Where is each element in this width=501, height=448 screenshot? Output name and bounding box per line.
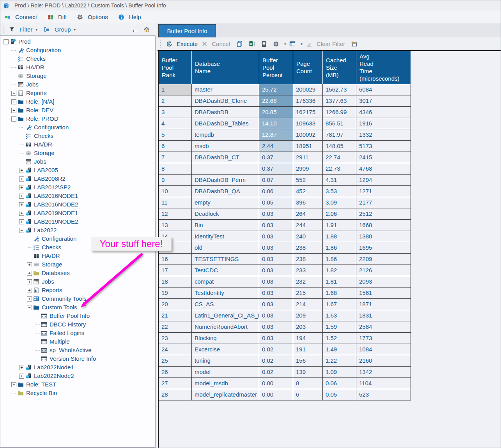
cell-cached-size[interactable]: 0.05 — [323, 389, 356, 400]
execute-button[interactable]: Execute — [166, 41, 198, 47]
cell-buffer-pool-percent[interactable]: 0.03 — [259, 287, 293, 299]
cell-buffer-pool-percent[interactable]: 0.03 — [259, 321, 293, 333]
cell-cached-size[interactable]: 1.86 — [323, 254, 356, 265]
cell-buffer-pool-percent[interactable]: 12.87 — [259, 129, 293, 141]
tree-item-ha-dr[interactable]: HA/DR — [0, 140, 155, 149]
cell-database-name[interactable]: Bin — [192, 220, 259, 231]
cell-page-count[interactable]: 109633 — [293, 118, 323, 129]
tree-item-role-test[interactable]: + Role: TEST — [0, 380, 155, 389]
tree-item-configuration[interactable]: Configuration — [0, 123, 155, 132]
cell-database-name[interactable]: msdb — [192, 141, 259, 152]
cell-buffer-pool-rank[interactable]: 22 — [159, 321, 192, 333]
cell-cached-size[interactable]: 1.22 — [323, 355, 356, 367]
tree-item-lab2022node1[interactable]: + Lab2022Node1 — [0, 363, 155, 372]
cell-database-name[interactable]: compat — [192, 276, 259, 287]
cell-page-count[interactable]: 100092 — [293, 129, 323, 141]
tree-item-failed-logins[interactable]: Failed Logins — [0, 329, 155, 337]
cell-buffer-pool-percent[interactable]: 22.68 — [259, 95, 293, 107]
cell-buffer-pool-percent[interactable]: 0.03 — [259, 231, 293, 242]
tree-item-checks[interactable]: Checks — [0, 55, 155, 63]
cell-buffer-pool-percent[interactable]: 0.37 — [259, 163, 293, 175]
cell-buffer-pool-rank[interactable]: 7 — [159, 152, 192, 163]
cell-database-name[interactable]: DBADashDB_Tables — [192, 118, 259, 129]
cell-avg-read-time[interactable]: 2584 — [356, 321, 411, 333]
cell-buffer-pool-rank[interactable]: 18 — [159, 276, 192, 287]
cell-buffer-pool-percent[interactable]: 0.03 — [259, 254, 293, 265]
tree-item-sp-whoisactive[interactable]: sp_WhoIsActive — [0, 346, 155, 355]
cell-buffer-pool-percent[interactable]: 0.02 — [259, 344, 293, 355]
cell-database-name[interactable]: tempdb — [192, 129, 259, 141]
cell-cached-size[interactable]: 1.81 — [323, 276, 356, 287]
cell-buffer-pool-rank[interactable]: 2 — [159, 95, 192, 107]
cell-cached-size[interactable]: 22.73 — [323, 163, 356, 175]
cell-database-name[interactable]: TESTSETTINGS — [192, 254, 259, 265]
column-header-cached-size[interactable]: Cached Size (MB) — [323, 51, 356, 84]
tree-item-prod[interactable]: − Prod — [0, 37, 155, 46]
tree-item-checks[interactable]: Checks — [0, 132, 155, 140]
cell-database-name[interactable]: Deadlock — [192, 208, 259, 220]
cell-avg-read-time[interactable]: 1668 — [356, 220, 411, 231]
cell-page-count[interactable]: 215 — [293, 287, 323, 299]
cell-avg-read-time[interactable]: 1773 — [356, 333, 411, 344]
cell-cached-size[interactable]: 1.68 — [323, 287, 356, 299]
cell-buffer-pool-rank[interactable]: 3 — [159, 107, 192, 118]
tab-buffer-pool-info[interactable]: Buffer Pool Info — [158, 24, 216, 37]
cell-buffer-pool-rank[interactable]: 16 — [159, 254, 192, 265]
cell-buffer-pool-rank[interactable]: 26 — [159, 367, 192, 378]
cell-buffer-pool-rank[interactable]: 4 — [159, 118, 192, 129]
cell-buffer-pool-percent[interactable]: 0.03 — [259, 333, 293, 344]
cell-cached-size[interactable]: 22.74 — [323, 152, 356, 163]
cell-page-count[interactable]: 238 — [293, 254, 323, 265]
cell-buffer-pool-percent[interactable]: 0.03 — [259, 310, 293, 321]
cell-page-count[interactable]: 552 — [293, 175, 323, 186]
cell-cached-size[interactable]: 1266.99 — [323, 107, 356, 118]
cell-page-count[interactable]: 209 — [293, 310, 323, 321]
tree-item-lab2019node2[interactable]: + LAB2019NODE2 — [0, 217, 155, 226]
cell-avg-read-time[interactable]: 4346 — [356, 107, 411, 118]
cell-cached-size[interactable]: 1.91 — [323, 220, 356, 231]
tree-item-version-store-info[interactable]: Version Store Info — [0, 355, 155, 363]
tree-expander[interactable]: + — [27, 279, 32, 284]
cell-cached-size[interactable]: 3.53 — [323, 186, 356, 197]
new-query-button[interactable] — [351, 41, 359, 47]
cell-cached-size[interactable]: 1.67 — [323, 299, 356, 310]
cell-avg-read-time[interactable]: 1871 — [356, 299, 411, 310]
cancel-button[interactable]: Cancel — [201, 41, 230, 47]
tree-item-recycle-bin[interactable]: Recycle Bin — [0, 389, 155, 397]
cell-page-count[interactable]: 240 — [293, 231, 323, 242]
column-header-avg-read-time[interactable]: Avg Read Time (microseconds) — [356, 51, 411, 84]
tree-item-reports[interactable]: + Reports — [0, 89, 155, 97]
tree-expander[interactable]: + — [19, 194, 24, 199]
cell-buffer-pool-rank[interactable]: 17 — [159, 265, 192, 276]
cell-page-count[interactable]: 203 — [293, 321, 323, 333]
cell-cached-size[interactable]: 781.97 — [323, 129, 356, 141]
tree-expander[interactable]: + — [27, 271, 32, 276]
cell-database-name[interactable]: DBADashDB_Clone — [192, 95, 259, 107]
tree-item-ha-dr[interactable]: HA/DR — [0, 63, 155, 72]
group-button[interactable]: Group ▾ — [44, 26, 76, 33]
cell-buffer-pool-percent[interactable]: 0.00 — [259, 378, 293, 389]
cell-database-name[interactable]: empty — [192, 197, 259, 208]
cell-avg-read-time[interactable]: 2209 — [356, 254, 411, 265]
cell-avg-read-time[interactable]: 523 — [356, 389, 411, 400]
cell-avg-read-time[interactable]: 6084 — [356, 84, 411, 95]
tree-item-lab2022[interactable]: − Lab2022 — [0, 226, 155, 235]
grid-settings-button[interactable]: ▾ — [273, 41, 286, 47]
cell-database-name[interactable]: Excercise — [192, 344, 259, 355]
cell-database-name[interactable]: Blocking — [192, 333, 259, 344]
cell-page-count[interactable]: 156 — [293, 355, 323, 367]
tree-item-storage[interactable]: Storage — [0, 149, 155, 157]
cell-cached-size[interactable]: 1.88 — [323, 231, 356, 242]
cell-database-name[interactable]: Latin1_General_CI_AS_DB — [192, 310, 259, 321]
cell-database-name[interactable] — [192, 163, 259, 175]
cell-buffer-pool-rank[interactable]: 11 — [159, 197, 192, 208]
cell-buffer-pool-rank[interactable]: 10 — [159, 186, 192, 197]
cell-page-count[interactable]: 6 — [293, 389, 323, 400]
tree-item-multiple[interactable]: Multiple — [0, 337, 155, 346]
tree-item-role-prod[interactable]: − Role: PROD — [0, 115, 155, 123]
cell-cached-size[interactable]: 856.51 — [323, 118, 356, 129]
tree-item-lab2016node2[interactable]: + LAB2016NODE2 — [0, 200, 155, 209]
tree-item-lab2008r2[interactable]: + LAB2008R2 — [0, 175, 155, 183]
tree-expander[interactable]: + — [11, 382, 16, 387]
cell-cached-size[interactable]: 3.09 — [323, 197, 356, 208]
